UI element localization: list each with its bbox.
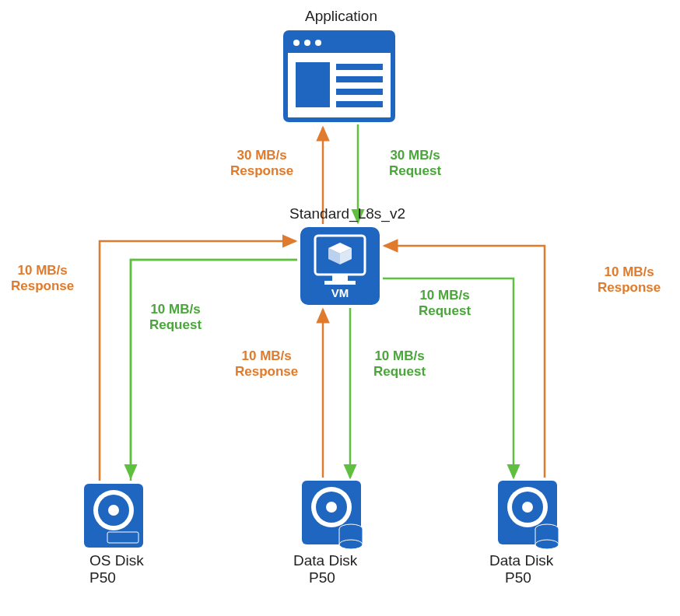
data-disk-2-tier: P50 bbox=[505, 569, 531, 587]
vm-title: Standard_L8s_v2 bbox=[289, 205, 405, 223]
dd2-response-label: 10 MB/sResponse bbox=[598, 264, 661, 296]
data-disk-2-icon bbox=[498, 481, 559, 549]
os-disk-tier: P50 bbox=[89, 569, 116, 587]
data-disk-2-label: Data Disk bbox=[489, 552, 553, 570]
os-disk-label: OS Disk bbox=[89, 552, 144, 570]
svg-point-5 bbox=[304, 40, 310, 46]
diagram-canvas bbox=[0, 0, 680, 616]
svg-point-24 bbox=[326, 502, 337, 513]
os-request-label: 10 MB/sRequest bbox=[149, 302, 202, 334]
svg-rect-3 bbox=[286, 33, 393, 53]
app-request-label: 30 MB/sRequest bbox=[389, 148, 441, 180]
vm-label: VM bbox=[301, 286, 379, 299]
svg-rect-14 bbox=[332, 275, 348, 281]
svg-point-38 bbox=[535, 540, 559, 549]
svg-point-6 bbox=[315, 40, 321, 46]
svg-rect-20 bbox=[107, 532, 138, 543]
svg-rect-9 bbox=[336, 76, 383, 82]
dd1-request-label: 10 MB/sRequest bbox=[373, 348, 426, 380]
app-response-label: 30 MB/sResponse bbox=[230, 148, 293, 180]
data-disk-1-tier: P50 bbox=[309, 569, 335, 587]
svg-point-29 bbox=[339, 540, 363, 549]
data-disk-1-icon bbox=[302, 481, 363, 549]
svg-rect-10 bbox=[336, 89, 383, 95]
svg-rect-7 bbox=[296, 62, 330, 107]
os-response-label: 10 MB/sResponse bbox=[11, 263, 74, 295]
data-disk-1-label: Data Disk bbox=[293, 552, 357, 570]
svg-point-19 bbox=[108, 505, 119, 516]
application-icon bbox=[286, 33, 393, 120]
svg-rect-8 bbox=[336, 64, 383, 70]
os-disk-icon bbox=[84, 484, 143, 548]
dd1-response-label: 10 MB/sResponse bbox=[235, 348, 298, 380]
dd2-request-label: 10 MB/sRequest bbox=[419, 288, 471, 320]
application-title: Application bbox=[305, 8, 377, 26]
svg-point-4 bbox=[293, 40, 300, 46]
svg-point-33 bbox=[522, 502, 533, 513]
svg-rect-15 bbox=[324, 281, 356, 285]
svg-rect-11 bbox=[336, 101, 383, 107]
